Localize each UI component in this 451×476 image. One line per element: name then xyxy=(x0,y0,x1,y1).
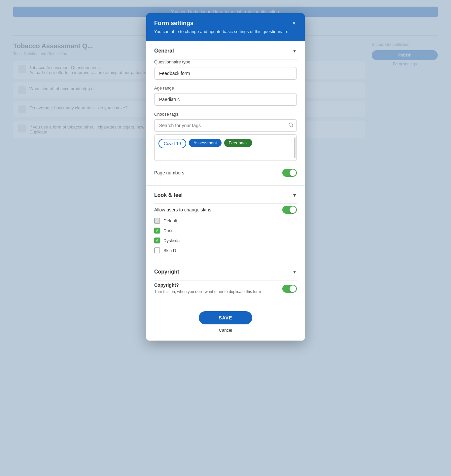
modal-footer: SAVE Cancel xyxy=(146,303,305,341)
allow-skins-row: Allow users to change skins xyxy=(154,204,297,216)
page-numbers-label: Page numbers xyxy=(154,170,184,175)
look-feel-section-content: Allow users to change skins – Default ✓ xyxy=(154,204,297,262)
choose-tags-label: Choose tags xyxy=(154,112,297,117)
copyright-section-header[interactable]: Copyright ▼ xyxy=(154,262,297,280)
skin-dark-label: Dark xyxy=(163,228,172,233)
modal-close-button[interactable]: × xyxy=(290,18,299,28)
tag-assessment[interactable]: Assessment xyxy=(189,139,222,147)
questionnaire-type-label: Questionnaire type xyxy=(154,59,297,64)
copyright-chevron-icon: ▼ xyxy=(292,269,297,275)
look-feel-section: Look & feel ▼ Allow users to change skin… xyxy=(146,186,305,262)
general-section-content: Questionnaire type Age range Choose tags xyxy=(154,59,297,185)
svg-line-1 xyxy=(292,126,293,127)
general-chevron-icon: ▼ xyxy=(292,48,297,54)
skin-d-label: Skin D xyxy=(163,248,176,253)
skin-dyslexia-checkbox[interactable]: ✓ xyxy=(154,238,160,243)
tags-search-input[interactable] xyxy=(154,119,297,132)
page-numbers-toggle[interactable] xyxy=(282,169,297,177)
copyright-toggle-row: Copyright? Turn this on, when you don't … xyxy=(154,280,297,297)
allow-skins-label: Allow users to change skins xyxy=(154,207,211,212)
choose-tags-field: Choose tags Covid xyxy=(154,112,297,161)
copyright-toggle[interactable] xyxy=(282,285,297,293)
copyright-label: Copyright? xyxy=(154,282,261,288)
page-numbers-row: Page numbers xyxy=(154,167,297,179)
skin-dark-row: ✓ Dark xyxy=(154,226,297,236)
form-settings-modal: Form settings You can able to change and… xyxy=(146,13,305,341)
look-feel-chevron-icon: ▼ xyxy=(292,193,297,198)
copyright-description: Turn this on, when you don't want other … xyxy=(154,289,261,295)
questionnaire-type-field: Questionnaire type xyxy=(154,59,297,80)
tag-feedback[interactable]: Feedback xyxy=(224,139,252,147)
tags-search-icon-button[interactable] xyxy=(288,122,294,129)
copyright-section-title: Copyright xyxy=(154,269,179,275)
modal-header: Form settings You can able to change and… xyxy=(146,13,305,41)
modal-subtitle: You can able to change and update basic … xyxy=(154,29,297,35)
skin-default-label: Default xyxy=(163,218,177,223)
save-button[interactable]: SAVE xyxy=(199,311,252,324)
copyright-section: Copyright ▼ Copyright? Turn this on, whe… xyxy=(146,262,305,303)
age-range-label: Age range xyxy=(154,86,297,91)
look-feel-section-header[interactable]: Look & feel ▼ xyxy=(154,186,297,203)
age-range-field: Age range xyxy=(154,86,297,106)
tags-area: Covid-19 Assessment Feedback xyxy=(154,134,297,161)
skin-dyslexia-row: ✓ Dyslexia xyxy=(154,236,297,245)
skin-dark-checkbox[interactable]: ✓ xyxy=(154,228,160,234)
modal-overlay: Form settings You can able to change and… xyxy=(0,0,451,476)
tags-search-wrapper xyxy=(154,119,297,132)
modal-title: Form settings xyxy=(154,20,297,27)
questionnaire-type-input[interactable] xyxy=(154,67,297,80)
skin-d-checkbox[interactable] xyxy=(154,247,160,253)
look-feel-section-title: Look & feel xyxy=(154,192,183,198)
skin-d-row: Skin D xyxy=(154,245,297,255)
tags-scrollbar xyxy=(294,137,295,158)
general-section-title: General xyxy=(154,48,174,54)
search-icon xyxy=(288,122,294,128)
allow-skins-toggle[interactable] xyxy=(282,206,297,214)
general-section-header[interactable]: General ▼ xyxy=(154,41,297,59)
copyright-label-group: Copyright? Turn this on, when you don't … xyxy=(154,282,261,295)
tag-covid19[interactable]: Covid-19 xyxy=(158,139,186,148)
skin-default-checkbox[interactable]: – xyxy=(154,218,160,224)
copyright-section-content: Copyright? Turn this on, when you don't … xyxy=(154,280,297,303)
general-section: General ▼ Questionnaire type Age range xyxy=(146,41,305,186)
skin-dyslexia-label: Dyslexia xyxy=(163,238,180,243)
modal-body: General ▼ Questionnaire type Age range xyxy=(146,41,305,303)
skin-default-row: – Default xyxy=(154,216,297,226)
cancel-button[interactable]: Cancel xyxy=(219,328,232,333)
age-range-input[interactable] xyxy=(154,93,297,106)
